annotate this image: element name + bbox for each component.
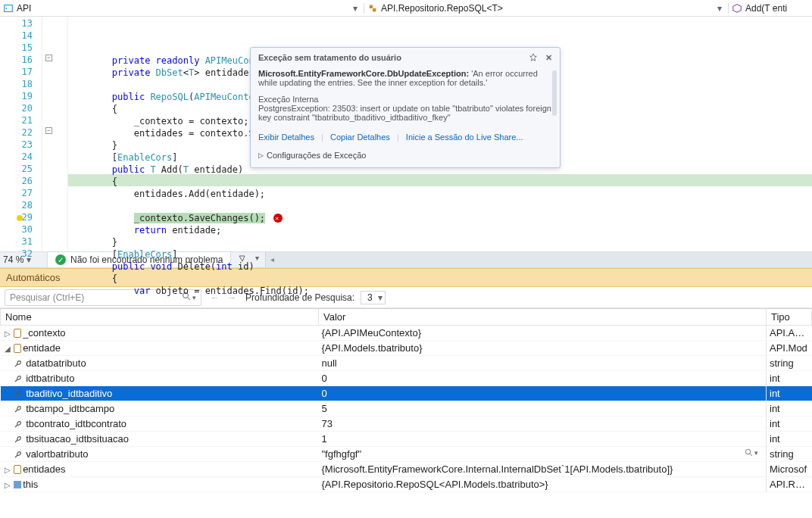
inner-exception-label: Exceção Interna <box>258 95 552 104</box>
var-value: 73 <box>322 418 333 429</box>
var-type: int <box>770 373 780 384</box>
table-row[interactable]: ▷ _contexto{API.APIMeuContexto}API.APIM <box>1 326 812 341</box>
class-icon <box>367 3 378 14</box>
property-icon <box>14 435 23 444</box>
table-row[interactable]: ◢ entidade{API.Models.tbatributo}API.Mod <box>1 341 812 356</box>
breadcrumb-method-text: Add(T enti <box>745 3 787 14</box>
breadcrumb-namespace-text: API <box>17 3 31 14</box>
var-value: {API.Models.tbatributo} <box>322 342 423 354</box>
svg-rect-3 <box>373 8 376 11</box>
var-value: 5 <box>322 403 327 414</box>
var-type: Microsof <box>770 463 807 475</box>
folding-gutter: − − <box>42 17 68 251</box>
var-name: entidade <box>23 342 61 354</box>
var-name: tbcontrato_idtbcontrato <box>26 418 126 429</box>
svg-rect-0 <box>5 5 13 11</box>
exception-title: Exceção sem tratamento do usuário <box>258 53 401 62</box>
field-icon <box>14 344 21 353</box>
popup-scrollbar[interactable] <box>552 70 557 116</box>
breakpoint-hint-icon <box>17 215 23 221</box>
property-icon <box>14 389 23 398</box>
var-name: valortbatributo <box>26 448 88 460</box>
var-name: tbaditivo_idtbaditivo <box>26 388 112 399</box>
table-row[interactable]: idtbatributo0int <box>1 371 812 386</box>
var-value: 0 <box>322 388 327 399</box>
var-type: int <box>770 418 780 429</box>
property-icon <box>14 404 23 413</box>
var-value: {API.Repositorio.RepoSQL<API.Models.tbat… <box>322 479 548 490</box>
chevron-down-icon[interactable]: ▾ <box>350 3 361 14</box>
exception-popup: Exceção sem tratamento do usuário ✕ Micr… <box>250 47 561 168</box>
svg-line-8 <box>750 454 752 456</box>
property-icon <box>14 420 23 429</box>
chevron-down-icon[interactable]: ▾ <box>714 3 725 14</box>
svg-rect-2 <box>370 5 373 8</box>
svg-marker-4 <box>733 4 742 12</box>
table-row[interactable]: tbcampo_idtbcampo5int <box>1 401 812 417</box>
expand-icon[interactable]: ◢ <box>4 345 11 353</box>
var-type: int <box>770 403 780 414</box>
pin-icon[interactable] <box>528 52 539 63</box>
table-row[interactable]: ▷ this{API.Repositorio.RepoSQL<API.Model… <box>1 477 812 492</box>
breadcrumb-namespace[interactable]: API ▾ <box>0 3 364 14</box>
expand-icon[interactable]: ▷ <box>4 481 11 489</box>
breadcrumb-class[interactable]: API.Repositorio.RepoSQL<T> ▾ <box>364 3 729 14</box>
breadcrumb-method[interactable]: Add(T enti <box>729 3 812 14</box>
method-icon <box>732 3 742 14</box>
check-icon: ✓ <box>55 254 66 265</box>
exception-stop-icon <box>273 214 283 223</box>
breadcrumb-bar: API ▾ API.Repositorio.RepoSQL<T> ▾ Add(T… <box>0 0 812 17</box>
exception-settings-label: Configurações de Exceção <box>267 151 366 160</box>
breadcrumb-class-text: API.Repositorio.RepoSQL<T> <box>381 3 503 14</box>
var-value: {Microsoft.EntityFrameworkCore.Internal.… <box>322 463 673 475</box>
var-type: API.APIM <box>770 327 812 339</box>
var-name: _contexto <box>23 327 65 339</box>
var-value: {API.APIMeuContexto} <box>322 327 422 339</box>
expand-icon[interactable]: ▷ <box>4 466 11 474</box>
expand-icon[interactable]: ▷ <box>4 329 11 338</box>
field-icon <box>14 465 21 474</box>
var-type: API.Repo <box>770 479 812 490</box>
property-icon <box>14 450 23 459</box>
table-row[interactable]: tbcontrato_idtbcontrato73int <box>1 417 812 432</box>
var-value: null <box>322 357 337 369</box>
var-name: tbcampo_idtbcampo <box>26 403 114 414</box>
copy-details-link[interactable]: Copiar Detalhes <box>330 133 390 142</box>
table-row[interactable]: ▷ entidades{Microsoft.EntityFrameworkCor… <box>1 462 812 477</box>
table-row[interactable]: datatbatributonullstring <box>1 356 812 371</box>
table-row[interactable]: tbsituacao_idtbsituacao1int <box>1 432 812 447</box>
field-icon <box>14 329 21 338</box>
var-name: idtbatributo <box>26 373 74 384</box>
inner-exception-message: PostgresException: 23503: insert or upda… <box>258 104 552 122</box>
var-value: 1 <box>322 433 327 445</box>
var-name: tbsituacao_idtbsituacao <box>26 433 129 445</box>
view-details-link[interactable]: Exibir Detalhes <box>258 133 314 142</box>
exception-settings-toggle[interactable]: ▷ Configurações de Exceção <box>251 146 560 167</box>
var-type: API.Mod <box>770 342 807 354</box>
table-row[interactable]: tbaditivo_idtbaditivo0int <box>1 386 812 401</box>
fold-toggle[interactable]: − <box>45 55 52 61</box>
live-share-link[interactable]: Inicie a Sessão do Live Share... <box>406 133 523 142</box>
close-icon[interactable]: ✕ <box>543 52 554 63</box>
exception-type: Microsoft.EntityFrameworkCore.DbUpdateEx… <box>258 69 469 78</box>
svg-point-1 <box>6 8 8 9</box>
fold-toggle[interactable]: − <box>45 127 52 134</box>
svg-point-7 <box>745 449 750 454</box>
expand-icon: ▷ <box>258 151 264 159</box>
table-row[interactable]: valortbatributo"fgfhgfgf"▾string <box>1 447 812 462</box>
var-value: 0 <box>322 373 327 384</box>
var-type: int <box>770 433 780 445</box>
var-name: datatbatributo <box>26 357 86 369</box>
code-editor[interactable]: 1314151617181920212223242526272829303132… <box>0 17 812 251</box>
var-name: entidades <box>23 463 65 475</box>
visualizer-icon[interactable]: ▾ <box>745 448 758 457</box>
var-type: string <box>770 448 794 460</box>
exception-links: Exibir Detalhes | Copiar Detalhes | Inic… <box>251 128 560 146</box>
autos-panel-title: Automáticos <box>6 272 61 283</box>
var-type: int <box>770 388 780 399</box>
var-type: string <box>770 357 794 369</box>
property-icon <box>14 359 23 368</box>
namespace-icon <box>3 3 14 14</box>
autos-table: Nome Valor Tipo ▷ _contexto{API.APIMeuCo… <box>0 308 812 492</box>
var-value: "fgfhgfgf" <box>322 448 362 460</box>
